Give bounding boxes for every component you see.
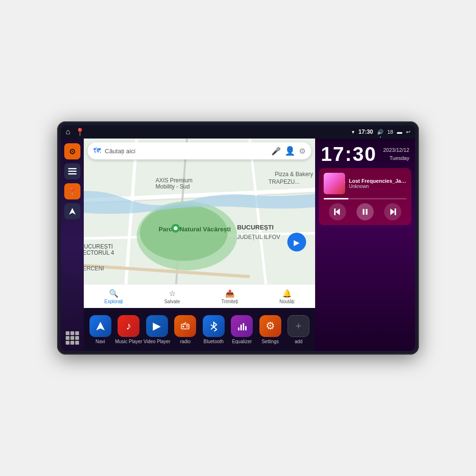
sidebar-location[interactable]: 📍 <box>64 183 80 199</box>
svg-text:BUCUREȘTI: BUCUREȘTI <box>84 243 113 250</box>
sidebar: ⚙ 📍 <box>61 139 84 351</box>
svg-marker-46 <box>390 208 395 215</box>
music-info: Lost Frequencies_Janie... Unknown <box>349 178 407 189</box>
music-artist: Unknown <box>349 184 407 189</box>
svg-text:BUCUREȘTI: BUCUREȘTI <box>237 224 274 231</box>
prev-button[interactable] <box>329 203 346 220</box>
status-time: 17:30 <box>358 129 373 135</box>
home-icon[interactable]: ⌂ <box>66 128 70 136</box>
app-add[interactable]: + add <box>285 315 313 344</box>
svg-rect-37 <box>238 327 239 330</box>
app-navi[interactable]: Navi <box>86 315 115 344</box>
progress-bar[interactable] <box>324 198 407 199</box>
app-settings[interactable]: ⚙ Settings <box>256 315 285 344</box>
location-status-icon: 📍 <box>75 128 85 137</box>
svg-marker-42 <box>336 208 340 215</box>
svg-text:TRAPEZU...: TRAPEZU... <box>268 178 299 185</box>
svg-rect-41 <box>334 208 336 215</box>
svg-text:Pizza & Bakery: Pizza & Bakery <box>275 171 313 178</box>
svg-rect-0 <box>68 168 77 169</box>
clock-date-value: 2023/12/12 <box>383 147 409 153</box>
svg-marker-3 <box>69 208 76 215</box>
status-left: ⌂ 📍 <box>66 128 85 137</box>
right-panel: 17:30 2023/12/12 Tuesday Lost Freq <box>315 139 415 351</box>
battery-level: 18 <box>387 129 393 135</box>
sidebar-settings[interactable]: ⚙ <box>64 143 80 159</box>
svg-text:Mobility - Sud: Mobility - Sud <box>156 183 190 190</box>
album-art-inner <box>324 173 345 194</box>
wifi-icon: ▾ <box>352 129 355 135</box>
app-equalizer[interactable]: Equalizer <box>228 315 257 344</box>
main-area: ⚙ 📍 <box>61 139 415 351</box>
next-button[interactable] <box>384 203 401 220</box>
svg-marker-29 <box>96 322 105 330</box>
map-container[interactable]: AXIS Premium Mobility - Sud TRAPEZU... P… <box>84 139 315 308</box>
svg-rect-1 <box>68 171 77 172</box>
music-controls <box>324 203 407 220</box>
svg-text:AXIS Premium: AXIS Premium <box>156 177 193 184</box>
svg-rect-43 <box>363 209 365 215</box>
settings-map-icon[interactable]: ⚙ <box>299 147 306 156</box>
back-icon[interactable]: ↩ <box>406 129 410 135</box>
map-area: AXIS Premium Mobility - Sud TRAPEZU... P… <box>84 139 315 351</box>
svg-text:Parcul Natural Văcărești: Parcul Natural Văcărești <box>159 226 231 233</box>
progress-fill <box>324 198 348 199</box>
svg-rect-40 <box>245 326 247 330</box>
svg-rect-39 <box>243 323 244 330</box>
map-tab-saved[interactable]: ☆ Salvate <box>164 289 180 304</box>
app-bluetooth[interactable]: Bluetooth <box>199 315 228 344</box>
screen: ⌂ 📍 ▾ 17:30 🔊 18 ▬ ↩ ⚙ <box>61 125 415 351</box>
google-maps-icon: 🗺 <box>93 147 101 155</box>
app-bar: Navi ♪ Music Player ▶ Video Player <box>84 308 315 351</box>
search-placeholder-text: Căutați aici <box>105 148 268 155</box>
svg-point-32 <box>182 326 184 327</box>
sidebar-arrow[interactable] <box>64 203 80 219</box>
battery-icon: ▬ <box>397 129 402 135</box>
map-bottom-bar: 🔍 Explorați ☆ Salvate 📤 Trimiteți 🔔 Nout… <box>84 284 315 308</box>
svg-text:JUDEȚUL ILFOV: JUDEȚUL ILFOV <box>237 234 280 240</box>
map-tab-explore[interactable]: 🔍 Explorați <box>104 289 123 304</box>
svg-point-20 <box>174 227 178 230</box>
app-radio[interactable]: radio <box>171 315 200 344</box>
status-right: ▾ 17:30 🔊 18 ▬ ↩ <box>352 129 410 135</box>
music-card: Lost Frequencies_Janie... Unknown <box>319 168 411 225</box>
music-title: Lost Frequencies_Janie... <box>349 178 407 184</box>
svg-text:SECTORUL 4: SECTORUL 4 <box>84 249 114 256</box>
svg-text:BERCENI: BERCENI <box>84 265 104 272</box>
clock-area: 17:30 2023/12/12 Tuesday <box>315 139 415 168</box>
map-tab-contribute[interactable]: 📤 Trimiteți <box>221 289 238 304</box>
clock-day: Tuesday <box>389 155 409 161</box>
sidebar-apps-grid[interactable] <box>64 330 80 346</box>
svg-rect-2 <box>68 173 77 175</box>
mic-icon[interactable]: 🎤 <box>271 147 281 156</box>
svg-rect-44 <box>366 209 368 215</box>
status-bar: ⌂ 📍 ▾ 17:30 🔊 18 ▬ ↩ <box>61 125 415 139</box>
svg-line-36 <box>211 327 214 329</box>
pause-button[interactable] <box>357 203 374 220</box>
album-art <box>324 173 345 194</box>
app-video-player[interactable]: ▶ Video Player <box>143 315 171 344</box>
account-icon[interactable]: 👤 <box>285 146 295 156</box>
volume-icon: 🔊 <box>377 129 384 135</box>
device: ⌂ 📍 ▾ 17:30 🔊 18 ▬ ↩ ⚙ <box>57 121 419 355</box>
sidebar-menu[interactable] <box>64 163 80 179</box>
svg-text:▶: ▶ <box>294 238 300 247</box>
map-search-bar[interactable]: 🗺 Căutați aici 🎤 👤 ⚙ <box>88 142 311 159</box>
music-card-top: Lost Frequencies_Janie... Unknown <box>324 173 407 194</box>
svg-rect-45 <box>395 208 396 215</box>
map-tab-updates[interactable]: 🔔 Noutăți <box>279 289 295 304</box>
clock-time: 17:30 <box>321 144 377 164</box>
app-music-player[interactable]: ♪ Music Player <box>115 315 143 344</box>
svg-rect-38 <box>240 325 242 330</box>
clock-date: 2023/12/12 Tuesday <box>383 146 409 162</box>
